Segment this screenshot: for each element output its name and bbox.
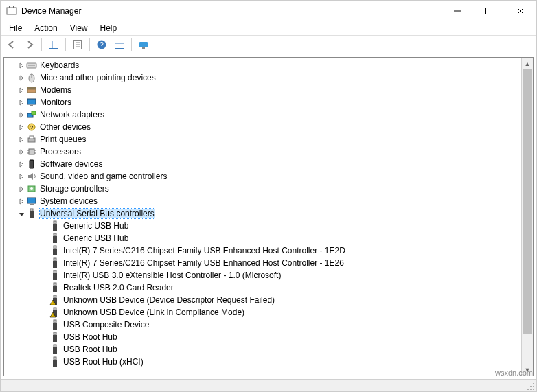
menubar: File Action View Help bbox=[1, 21, 536, 35]
action-button[interactable] bbox=[111, 37, 128, 52]
svg-rect-50 bbox=[53, 249, 57, 255]
tree-category[interactable]: Universal Serial Bus controllers bbox=[4, 207, 521, 220]
expander-spacer bbox=[40, 295, 49, 305]
expand-icon[interactable] bbox=[16, 97, 26, 107]
expander-spacer bbox=[40, 258, 49, 268]
svg-rect-2 bbox=[13, 6, 14, 8]
svg-rect-63 bbox=[54, 320, 56, 323]
tree-device[interactable]: Intel(R) 7 Series/C216 Chipset Family US… bbox=[4, 244, 521, 257]
tree-device-label: USB Root Hub bbox=[63, 332, 117, 342]
keyboard-icon bbox=[26, 60, 37, 71]
tree-category-label: Monitors bbox=[40, 97, 71, 107]
expand-icon[interactable] bbox=[16, 135, 26, 144]
tree-device[interactable]: USB Root Hub bbox=[4, 343, 521, 356]
tree-category[interactable]: Mice and other pointing devices bbox=[4, 71, 521, 84]
tree-device[interactable]: !Unknown USB Device (Device Descriptor R… bbox=[4, 294, 521, 306]
tree-device[interactable]: USB Root Hub (xHCI) bbox=[4, 356, 521, 368]
tree-category[interactable]: System devices bbox=[4, 195, 521, 207]
svg-rect-47 bbox=[54, 233, 56, 236]
close-button[interactable] bbox=[505, 1, 536, 21]
expand-icon[interactable] bbox=[16, 172, 26, 181]
footer bbox=[1, 379, 536, 391]
tree-panel: KeyboardsMice and other pointing devices… bbox=[3, 57, 534, 376]
usb-icon bbox=[49, 245, 60, 256]
svg-rect-65 bbox=[54, 332, 56, 335]
tree-device[interactable]: Intel(R) 7 Series/C216 Chipset Family US… bbox=[4, 257, 521, 269]
svg-rect-48 bbox=[53, 236, 57, 243]
tree-device[interactable]: USB Composite Device bbox=[4, 319, 521, 331]
usb-icon bbox=[49, 233, 60, 244]
tree-category[interactable]: ?Other devices bbox=[4, 121, 521, 133]
scroll-up-button[interactable]: ▲ bbox=[522, 58, 533, 69]
expand-icon[interactable] bbox=[16, 196, 26, 206]
svg-rect-23 bbox=[27, 89, 36, 93]
tree-category[interactable]: Software devices bbox=[4, 158, 521, 170]
forward-button[interactable] bbox=[21, 37, 38, 52]
svg-rect-24 bbox=[27, 87, 36, 89]
svg-rect-44 bbox=[30, 211, 34, 218]
device-tree[interactable]: KeyboardsMice and other pointing devices… bbox=[4, 58, 521, 376]
tree-device[interactable]: !Unknown USB Device (Link in Compliance … bbox=[4, 306, 521, 319]
expander-spacer bbox=[40, 308, 49, 317]
menu-action[interactable]: Action bbox=[29, 22, 62, 34]
usb-warning-icon: ! bbox=[49, 307, 60, 318]
svg-point-76 bbox=[533, 389, 534, 390]
storage-icon bbox=[26, 183, 37, 194]
expand-icon[interactable] bbox=[16, 85, 26, 95]
tree-device[interactable]: Generic USB Hub bbox=[4, 220, 521, 232]
svg-rect-69 bbox=[54, 357, 56, 360]
back-button[interactable] bbox=[3, 37, 20, 52]
expander-spacer bbox=[40, 270, 49, 280]
scan-hardware-button[interactable] bbox=[135, 37, 152, 52]
maximize-button[interactable] bbox=[473, 1, 505, 21]
tree-device[interactable]: Realtek USB 2.0 Card Reader bbox=[4, 281, 521, 294]
svg-rect-68 bbox=[53, 347, 57, 354]
usb-icon bbox=[26, 208, 37, 219]
usb-icon bbox=[49, 270, 60, 281]
toolbar-separator bbox=[89, 38, 90, 51]
toolbar-separator bbox=[41, 38, 42, 51]
svg-rect-17 bbox=[139, 42, 148, 47]
help-button[interactable]: ? bbox=[93, 37, 110, 52]
properties-button[interactable] bbox=[69, 37, 86, 52]
expander-spacer bbox=[40, 246, 49, 255]
tree-category[interactable]: Monitors bbox=[4, 96, 521, 108]
tree-category[interactable]: Keyboards bbox=[4, 59, 521, 71]
menu-view[interactable]: View bbox=[65, 22, 93, 34]
expand-icon[interactable] bbox=[16, 159, 26, 169]
tree-category-label: Software devices bbox=[40, 159, 102, 169]
tree-category-label: Network adapters bbox=[40, 110, 104, 119]
expander-spacer bbox=[40, 283, 49, 292]
scroll-track[interactable] bbox=[522, 69, 533, 364]
tree-category-label: Other devices bbox=[40, 122, 91, 132]
tree-device[interactable]: USB Root Hub bbox=[4, 331, 521, 343]
resize-grip[interactable] bbox=[524, 380, 536, 392]
usb-icon bbox=[49, 319, 60, 330]
vertical-scrollbar[interactable]: ▲ ▼ bbox=[521, 58, 533, 376]
tree-category[interactable]: Storage controllers bbox=[4, 183, 521, 195]
expand-icon[interactable] bbox=[16, 122, 26, 132]
usb-icon bbox=[49, 332, 60, 343]
tree-device[interactable]: Intel(R) USB 3.0 eXtensible Host Control… bbox=[4, 269, 521, 281]
tree-category[interactable]: Print queues bbox=[4, 133, 521, 146]
expand-icon[interactable] bbox=[16, 60, 26, 70]
svg-rect-43 bbox=[30, 209, 33, 211]
scroll-thumb[interactable] bbox=[523, 69, 532, 334]
collapse-icon[interactable] bbox=[16, 209, 26, 218]
expand-icon[interactable] bbox=[16, 184, 26, 194]
tree-device-label: USB Root Hub (xHCI) bbox=[63, 357, 144, 367]
tree-category[interactable]: Sound, video and game controllers bbox=[4, 170, 521, 183]
tree-category[interactable]: Modems bbox=[4, 84, 521, 96]
tree-category[interactable]: Processors bbox=[4, 146, 521, 158]
svg-rect-32 bbox=[30, 136, 34, 139]
menu-help[interactable]: Help bbox=[95, 22, 123, 34]
svg-rect-49 bbox=[54, 246, 56, 249]
tree-category[interactable]: Network adapters bbox=[4, 108, 521, 121]
expand-icon[interactable] bbox=[16, 110, 26, 119]
show-hide-tree-button[interactable] bbox=[45, 37, 62, 52]
expand-icon[interactable] bbox=[16, 147, 26, 157]
expand-icon[interactable] bbox=[16, 73, 26, 82]
minimize-button[interactable] bbox=[442, 1, 473, 21]
tree-device[interactable]: Generic USB Hub bbox=[4, 232, 521, 244]
menu-file[interactable]: File bbox=[3, 22, 27, 34]
